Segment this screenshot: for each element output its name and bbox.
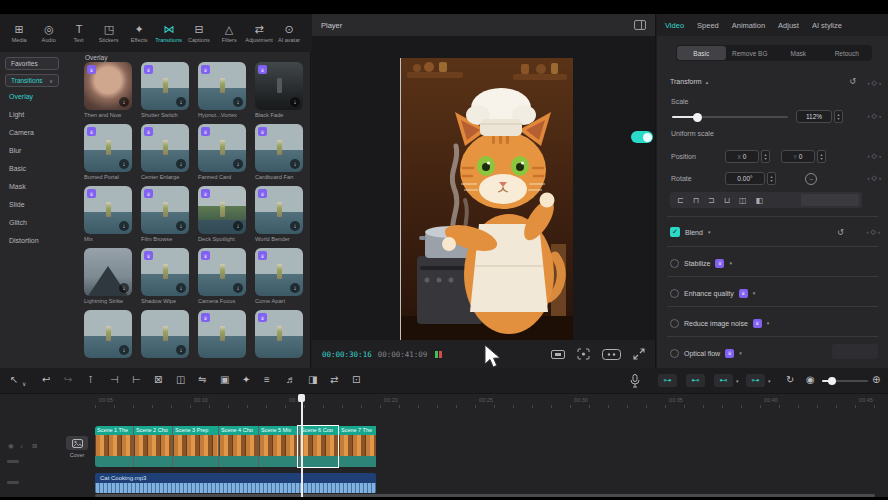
chevron-down-icon[interactable]: ▾: [736, 378, 739, 384]
toolbar-tab-media[interactable]: ⊞Media: [4, 24, 34, 43]
main-track-magnet-toggle[interactable]: ⊶: [658, 374, 677, 387]
position-y-field[interactable]: Y0: [781, 150, 815, 163]
transition-item[interactable]: ♕↓Black Fade: [255, 62, 303, 122]
tab-ai-stylize[interactable]: AI stylize: [812, 21, 842, 30]
transition-item[interactable]: ↓: [141, 310, 189, 368]
keyframe-diamond-icon[interactable]: ◇: [872, 79, 877, 87]
sidebar-item-camera[interactable]: Camera: [9, 129, 34, 136]
sidebar-item-glitch[interactable]: Glitch: [9, 219, 27, 226]
transform-section-header[interactable]: Transform ▴: [670, 78, 708, 85]
tab-video[interactable]: Video: [665, 21, 684, 30]
swap-icon[interactable]: ⇄: [330, 373, 338, 387]
reset-transform-icon[interactable]: ↺: [849, 77, 856, 86]
transition-item[interactable]: ♕↓World Bender: [255, 186, 303, 246]
timeline-clip[interactable]: Scene 7 The: [338, 426, 376, 467]
sidebar-item-overlay[interactable]: Overlay: [9, 93, 33, 100]
mute-track-icon[interactable]: ♪: [20, 442, 23, 449]
crop-icon[interactable]: ▣: [220, 373, 229, 387]
sidebar-item-mask[interactable]: Mask: [9, 183, 26, 190]
undo-icon[interactable]: ↩: [42, 373, 50, 387]
rotate-keyframe-control[interactable]: ‹◇›: [868, 174, 881, 182]
timeline-clip[interactable]: Scene 4 Cho: [218, 426, 258, 467]
tab-animation[interactable]: Animation: [732, 21, 765, 30]
sidebar-item-distortion[interactable]: Distortion: [9, 237, 39, 244]
transition-item[interactable]: ↓Lightning Strike: [84, 248, 132, 308]
tab-adjust[interactable]: Adjust: [778, 21, 799, 30]
uniform-scale-toggle[interactable]: [631, 131, 653, 143]
align-bottom-icon[interactable]: ⊔: [724, 196, 730, 205]
scale-slider-knob[interactable]: [693, 113, 702, 122]
scale-stepper[interactable]: ▲▼: [834, 110, 843, 123]
delete-left-icon[interactable]: ⊣: [110, 373, 119, 387]
timeline-ruler[interactable]: 00:05 00:10 00:15 00:20 00:25 00:30 00:3…: [0, 394, 888, 410]
position-x-stepper[interactable]: ▲▼: [761, 150, 770, 163]
blend-keyframe-control[interactable]: ‹◇›: [867, 228, 880, 236]
toolbar-tab-stickers[interactable]: ◳Stickers: [94, 24, 124, 43]
transition-item[interactable]: ♕↓Hypnot...Vortex: [198, 62, 246, 122]
next-keyframe-icon[interactable]: ›: [879, 80, 881, 86]
sidebar-item-blur[interactable]: Blur: [9, 147, 21, 154]
transition-item[interactable]: ♕: [255, 310, 303, 368]
smart-tool-icon[interactable]: ✦: [242, 373, 250, 387]
transition-item[interactable]: ♕↓Camera Focus: [198, 248, 246, 308]
toolbar-tab-adjustment[interactable]: ⇄Adjustment: [244, 24, 274, 43]
transition-item[interactable]: ↓: [84, 310, 132, 368]
preview-axis-toggle[interactable]: ⊶: [746, 374, 765, 387]
transition-item[interactable]: ♕↓Center Enlarge: [141, 124, 189, 184]
split-icon[interactable]: ⊺: [88, 373, 93, 387]
transition-item[interactable]: ♕↓Fanned Card: [198, 124, 246, 184]
chevron-down-icon[interactable]: ▾: [767, 320, 770, 326]
scale-slider[interactable]: [672, 116, 788, 118]
blend-checkbox[interactable]: ✓: [670, 227, 680, 237]
transition-item[interactable]: ♕↓Cardboard Fan: [255, 124, 303, 184]
enhance-quality-checkbox[interactable]: [670, 289, 679, 298]
transition-item[interactable]: ♕↓Shutter Switch: [141, 62, 189, 122]
layout-icon[interactable]: [634, 20, 646, 30]
toolbar-tab-audio[interactable]: ◎Audio: [34, 24, 64, 43]
timeline-zoom-slider[interactable]: [822, 380, 868, 382]
cover-button[interactable]: [66, 436, 88, 450]
track-handle[interactable]: [7, 460, 19, 463]
position-keyframe-control[interactable]: ‹◇›: [868, 152, 881, 160]
transition-item[interactable]: ♕↓Mix: [84, 186, 132, 246]
adjust-tool-icon[interactable]: ≡: [264, 373, 270, 387]
collapse-icon[interactable]: ▴: [706, 79, 709, 85]
tab-speed[interactable]: Speed: [697, 21, 719, 30]
playhead[interactable]: [301, 394, 303, 497]
zoom-fit-icon[interactable]: ↻: [786, 373, 794, 387]
record-voiceover-icon[interactable]: [630, 374, 640, 388]
toolbar-tab-captions[interactable]: ⊟Captions: [184, 24, 214, 43]
reverse-icon[interactable]: ⇋: [198, 373, 206, 387]
subtab-retouch[interactable]: Retouch: [823, 46, 872, 60]
position-y-stepper[interactable]: ▲▼: [817, 150, 826, 163]
align-right-icon[interactable]: ⊐: [708, 196, 715, 205]
delete-right-icon[interactable]: ⊢: [132, 373, 141, 387]
reset-blend-icon[interactable]: ↺: [837, 228, 844, 237]
transition-item[interactable]: ♕↓Come Apart: [255, 248, 303, 308]
horizontal-scrollbar[interactable]: [95, 494, 875, 497]
center-vertical-icon[interactable]: ◧: [755, 196, 763, 205]
sidebar-item-basic[interactable]: Basic: [9, 165, 26, 172]
lock-track-icon[interactable]: ⊠: [32, 442, 37, 450]
rotate-dial[interactable]: −: [805, 173, 817, 185]
timeline-clip-selected[interactable]: Scene 6 Coo: [298, 426, 338, 467]
zoom-out-icon[interactable]: ◉: [806, 373, 815, 387]
subtab-mask[interactable]: Mask: [774, 46, 823, 60]
toolbar-tab-text[interactable]: TText: [64, 24, 94, 43]
chevron-down-icon[interactable]: ▾: [729, 260, 732, 266]
aspect-ratio-icon[interactable]: [551, 349, 565, 360]
chevron-down-icon[interactable]: ▾: [708, 229, 711, 235]
auto-snap-toggle[interactable]: ⊷: [686, 374, 705, 387]
chevron-down-icon[interactable]: ▾: [739, 350, 742, 356]
transitions-dropdown[interactable]: Transitions∨: [5, 74, 59, 87]
select-tool-icon[interactable]: ↖: [10, 373, 18, 387]
transition-item[interactable]: ♕↓Burned Portal: [84, 124, 132, 184]
rotate-stepper[interactable]: ▲▼: [767, 172, 776, 185]
timeline-clip[interactable]: Scene 3 Prep: [172, 426, 218, 467]
center-horizontal-icon[interactable]: ◫: [739, 196, 747, 205]
timeline-clip[interactable]: Scene 5 Mix: [258, 426, 298, 467]
chevron-down-icon[interactable]: ▾: [768, 378, 771, 384]
position-x-field[interactable]: X0: [725, 150, 759, 163]
align-top-icon[interactable]: ⊓: [693, 196, 699, 205]
scale-value-field[interactable]: 112%: [796, 110, 832, 123]
